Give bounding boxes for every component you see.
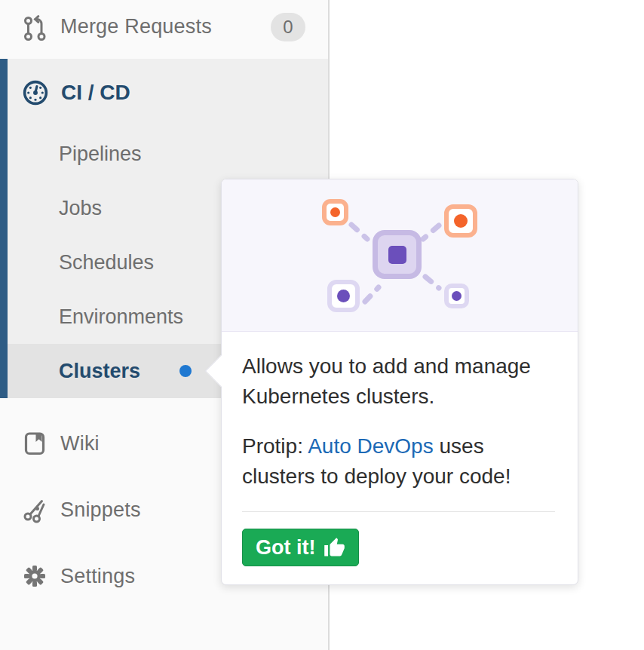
sidebar-item-label: Merge Requests [60, 15, 212, 38]
kubernetes-cluster-illustration [222, 179, 578, 332]
cluster-node-purple-small [444, 284, 469, 308]
popover-description: Allows you to add and manage Kubernetes … [242, 351, 555, 412]
cluster-node-orange-large [444, 204, 477, 238]
popover-body: Allows you to add and manage Kubernetes … [222, 332, 578, 584]
notification-blue-dot [179, 365, 192, 377]
book-icon [21, 430, 48, 457]
gauge-icon [21, 78, 50, 107]
got-it-button-label: Got it! [256, 536, 315, 560]
gear-icon [21, 563, 48, 590]
got-it-button[interactable]: Got it! [242, 529, 359, 566]
auto-devops-link[interactable]: Auto DevOps [308, 434, 434, 458]
cluster-node-orange-small [322, 199, 348, 225]
sidebar-item-pipelines[interactable]: Pipelines [8, 127, 328, 181]
cluster-node-center [373, 230, 422, 279]
cluster-node-purple-large [327, 280, 360, 312]
clusters-feature-popover: Allows you to add and manage Kubernetes … [221, 179, 578, 585]
scissors-icon [21, 496, 48, 523]
sidebar-item-merge-requests[interactable]: Merge Requests 0 [0, 0, 328, 59]
merge-requests-count-badge: 0 [271, 13, 305, 41]
sidebar-item-label: CI / CD [61, 81, 130, 105]
merge-request-icon [21, 14, 48, 41]
popover-protip: Protip: Auto DevOps uses clusters to dep… [242, 431, 555, 492]
sidebar-item-cicd[interactable]: CI / CD [8, 59, 328, 127]
thumbs-up-icon [324, 537, 345, 559]
